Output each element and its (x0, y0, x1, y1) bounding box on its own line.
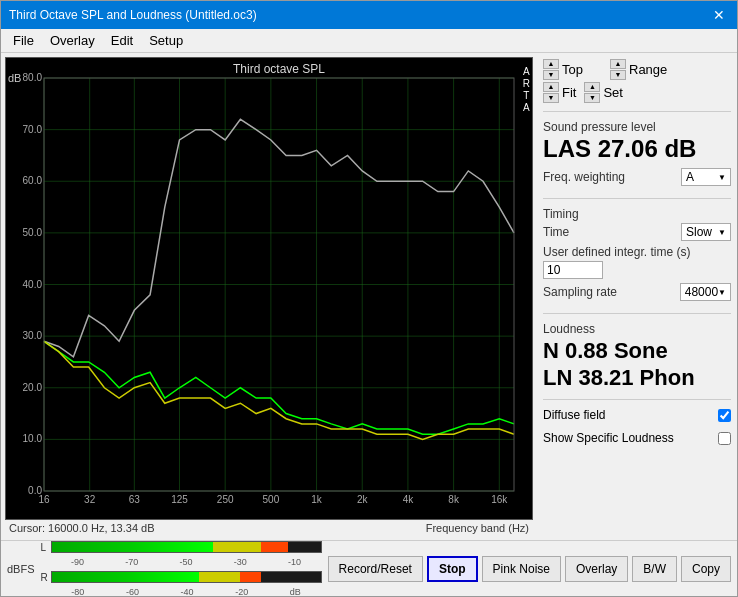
freq-weighting-row: Freq. weighting A ▼ (543, 168, 731, 186)
right-panel: ▲ ▼ Top ▲ ▼ Range ▲ ▼ (537, 53, 737, 540)
set-spin: ▲ ▼ (584, 82, 600, 103)
meter-row-l: L (41, 540, 322, 554)
meter-ticks-bottom: -80 -60 -40 -20 dB (41, 587, 322, 597)
spectrum-chart (6, 58, 532, 519)
menu-edit[interactable]: Edit (103, 31, 141, 50)
set-up-btn[interactable]: ▲ (584, 82, 600, 92)
sampling-rate-label: Sampling rate (543, 285, 617, 299)
freq-weighting-label: Freq. weighting (543, 170, 625, 184)
chart-status-bar: Cursor: 16000.0 Hz, 13.34 dB Frequency b… (5, 520, 533, 536)
time-row: Time Slow ▼ (543, 223, 731, 241)
chart-container: ARTA (5, 57, 533, 520)
timing-section-label: Timing (543, 207, 731, 221)
range-spin: ▲ ▼ (610, 59, 626, 80)
top-up-btn[interactable]: ▲ (543, 59, 559, 69)
meter-r-label: R (41, 572, 51, 583)
dbfs-label: dBFS (7, 563, 35, 575)
set-down-btn[interactable]: ▼ (584, 93, 600, 103)
user-integr-label: User defined integr. time (s) (543, 245, 690, 259)
cursor-info: Cursor: 16000.0 Hz, 13.34 dB (9, 522, 155, 534)
window-title: Third Octave SPL and Loudness (Untitled.… (9, 8, 257, 22)
top-down-btn[interactable]: ▼ (543, 70, 559, 80)
top-spin: ▲ ▼ (543, 59, 559, 80)
copy-button[interactable]: Copy (681, 556, 731, 582)
loudness-n-value: N 0.88 Sone (543, 338, 731, 364)
fit-spin: ▲ ▼ (543, 82, 559, 103)
timing-section: Timing Time Slow ▼ User defined integr. … (543, 207, 731, 305)
main-content: ARTA Cursor: 16000.0 Hz, 13.34 dB Freque… (1, 53, 737, 540)
menu-file[interactable]: File (5, 31, 42, 50)
record-reset-button[interactable]: Record/Reset (328, 556, 423, 582)
set-label: Set (603, 85, 623, 100)
spl-section-label: Sound pressure level (543, 120, 731, 134)
level-meters: L -90 -70 -50 -30 -10 R (41, 540, 322, 597)
show-specific-row: Show Specific Loudness (543, 431, 731, 445)
range-down-btn[interactable]: ▼ (610, 70, 626, 80)
loudness-ln-value: LN 38.21 Phon (543, 365, 731, 391)
diffuse-field-row: Diffuse field (543, 408, 731, 422)
spl-value: LAS 27.06 dB (543, 136, 731, 162)
overlay-button[interactable]: Overlay (565, 556, 628, 582)
bottom-bar: dBFS L -90 -70 -50 -30 -10 (1, 540, 737, 596)
diffuse-field-label: Diffuse field (543, 408, 605, 422)
meter-bar-l (51, 541, 322, 553)
sampling-rate-dropdown[interactable]: 48000 ▼ (680, 283, 731, 301)
freq-weighting-dropdown[interactable]: A ▼ (681, 168, 731, 186)
menu-bar: File Overlay Edit Setup (1, 29, 737, 53)
sampling-rate-row: Sampling rate 48000 ▼ (543, 283, 731, 301)
chart-area: ARTA Cursor: 16000.0 Hz, 13.34 dB Freque… (1, 53, 537, 540)
arta-label: ARTA (523, 66, 530, 114)
show-specific-checkbox[interactable] (718, 432, 731, 445)
meter-ticks-top: -90 -70 -50 -30 -10 (41, 557, 322, 567)
bw-button[interactable]: B/W (632, 556, 677, 582)
user-integr-input[interactable] (543, 261, 603, 279)
close-button[interactable]: ✕ (709, 7, 729, 23)
freq-band-label: Frequency band (Hz) (426, 522, 529, 534)
fit-up-btn[interactable]: ▲ (543, 82, 559, 92)
meter-l-label: L (41, 542, 51, 553)
menu-overlay[interactable]: Overlay (42, 31, 103, 50)
range-up-btn[interactable]: ▲ (610, 59, 626, 69)
main-window: Third Octave SPL and Loudness (Untitled.… (0, 0, 738, 597)
pink-noise-button[interactable]: Pink Noise (482, 556, 561, 582)
time-label: Time (543, 225, 569, 239)
spl-section: Sound pressure level LAS 27.06 dB (543, 120, 731, 162)
loudness-section: Loudness N 0.88 Sone LN 38.21 Phon (543, 322, 731, 391)
show-specific-label: Show Specific Loudness (543, 431, 674, 445)
diffuse-field-checkbox[interactable] (718, 409, 731, 422)
fit-down-btn[interactable]: ▼ (543, 93, 559, 103)
fit-label: Fit (562, 85, 576, 100)
user-integr-row: User defined integr. time (s) (543, 245, 731, 279)
time-dropdown[interactable]: Slow ▼ (681, 223, 731, 241)
title-bar: Third Octave SPL and Loudness (Untitled.… (1, 1, 737, 29)
top-label: Top (562, 62, 602, 77)
range-label: Range (629, 62, 667, 77)
stop-button[interactable]: Stop (427, 556, 478, 582)
meter-bar-r (51, 571, 322, 583)
menu-setup[interactable]: Setup (141, 31, 191, 50)
loudness-section-label: Loudness (543, 322, 731, 336)
meter-row-r: R (41, 570, 322, 584)
action-buttons: Record/Reset Stop Pink Noise Overlay B/W… (328, 556, 731, 582)
